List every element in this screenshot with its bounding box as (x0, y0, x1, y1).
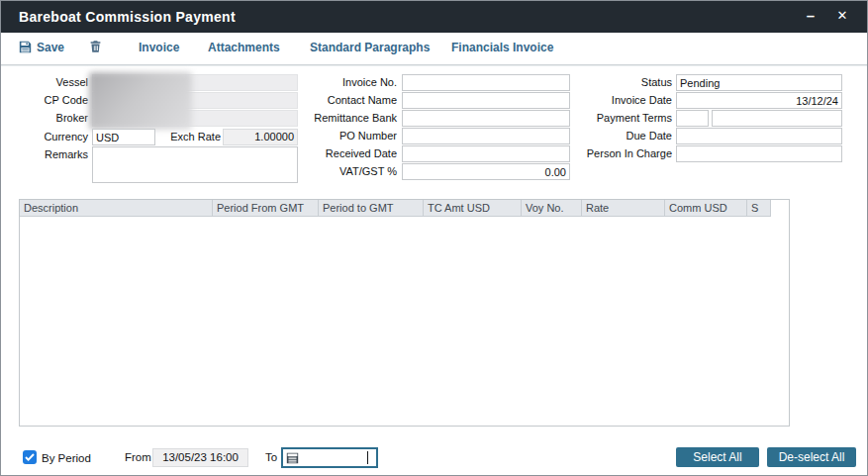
toolbar: Save Invoice Attachments Standard Paragr… (1, 33, 867, 65)
commission-lines-table: Description Period From GMT Period to GM… (19, 199, 790, 427)
person-in-charge-field[interactable] (676, 145, 842, 162)
deselect-all-button[interactable]: De-select All (767, 447, 856, 467)
save-label: Save (37, 41, 64, 54)
save-button[interactable]: Save (19, 33, 64, 63)
column-header-period-to-gmt[interactable]: Period to GMT (319, 200, 424, 217)
status-label: Status (565, 74, 672, 91)
received-date-field[interactable] (402, 145, 570, 162)
minimize-icon[interactable]: – (798, 1, 823, 33)
broker-label: Broker (5, 110, 88, 127)
by-period-checkbox[interactable] (23, 450, 37, 464)
due-date-field[interactable] (676, 128, 842, 144)
currency-label: Currency (5, 129, 88, 145)
window-title: Bareboat Commission Payment (19, 1, 236, 33)
from-date-field[interactable]: 13/05/23 16:00 (152, 448, 248, 467)
delete-button[interactable] (89, 33, 107, 63)
column-header-voy-no[interactable]: Voy No. (522, 200, 582, 217)
remarks-label: Remarks (5, 146, 88, 163)
remarks-field[interactable] (92, 146, 298, 183)
from-label: From (125, 447, 151, 467)
to-label: To (265, 447, 277, 467)
exch-rate-field: 1.00000 (223, 129, 298, 145)
vessel-label: Vessel (5, 74, 88, 91)
floppy-disk-icon (19, 41, 32, 53)
calendar-icon[interactable] (286, 451, 299, 464)
po-number-label: PO Number (298, 128, 397, 144)
invoice-no-label: Invoice No. (298, 74, 397, 91)
invoice-date-field[interactable] (676, 92, 842, 109)
redacted-blur-overlay (89, 72, 192, 130)
contact-name-label: Contact Name (298, 92, 397, 109)
by-period-label: By Period (42, 448, 91, 468)
text-caret (367, 451, 368, 464)
contact-name-field[interactable] (402, 92, 570, 109)
status-field[interactable] (676, 74, 842, 91)
toolbar-link-invoice[interactable]: Invoice (139, 33, 179, 63)
person-in-charge-label: Person In Charge (565, 145, 672, 162)
po-number-field[interactable] (402, 128, 570, 144)
column-header-description[interactable]: Description (20, 200, 213, 217)
titlebar: Bareboat Commission Payment – ✕ (1, 1, 867, 33)
invoice-no-field[interactable] (402, 74, 570, 91)
invoice-date-label: Invoice Date (565, 92, 672, 109)
column-header-s[interactable]: S (747, 200, 771, 217)
trash-icon (89, 40, 102, 53)
close-icon[interactable]: ✕ (829, 1, 855, 33)
payment-terms-field[interactable] (712, 110, 842, 127)
remittance-bank-label: Remittance Bank (298, 110, 397, 127)
remittance-bank-field[interactable] (402, 110, 570, 127)
toolbar-link-attachments[interactable]: Attachments (208, 33, 280, 63)
vat-gst-field[interactable] (402, 163, 570, 180)
due-date-label: Due Date (565, 128, 672, 144)
column-header-tc-amt-usd[interactable]: TC Amt USD (424, 200, 522, 217)
table-header-spacer (771, 200, 789, 217)
toolbar-link-standard-paragraphs[interactable]: Standard Paragraphs (310, 33, 430, 63)
payment-terms-label: Payment Terms (565, 110, 672, 127)
column-header-rate[interactable]: Rate (582, 200, 665, 217)
vat-gst-label: VAT/GST % (298, 163, 397, 180)
select-all-button[interactable]: Select All (676, 447, 759, 467)
exch-rate-label: Exch Rate (149, 129, 221, 145)
received-date-label: Received Date (298, 145, 397, 162)
cp-code-label: CP Code (5, 92, 88, 109)
column-header-comm-usd[interactable]: Comm USD (665, 200, 747, 217)
table-header-row: Description Period From GMT Period to GM… (20, 200, 789, 217)
payment-terms-days-field[interactable] (676, 110, 709, 127)
currency-field[interactable] (92, 129, 155, 145)
column-header-period-from-gmt[interactable]: Period From GMT (213, 200, 319, 217)
toolbar-link-financials-invoice[interactable]: Financials Invoice (451, 33, 553, 63)
to-date-field[interactable] (281, 447, 378, 468)
check-icon (25, 453, 35, 461)
bareboat-commission-payment-window: Bareboat Commission Payment – ✕ Save Inv… (0, 0, 868, 476)
